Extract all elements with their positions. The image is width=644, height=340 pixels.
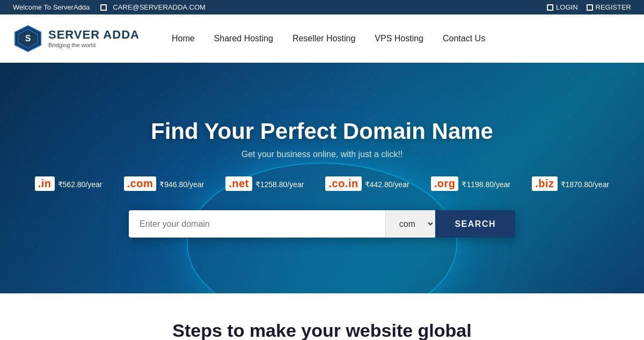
steps-title: Steps to make your website global (13, 320, 631, 340)
logo-tagline: Bridging the world (48, 42, 140, 48)
domain-ext: .net (225, 176, 252, 191)
hero-subtitle: Get your business online, with just a cl… (0, 150, 644, 159)
domain-ext: .biz (532, 176, 557, 191)
domain-ext: .in (35, 176, 55, 191)
logo-area: S SERVER ADDA Bridging the world (13, 24, 140, 54)
top-bar: Welcome To ServerAdda CARE@SERVERADDA.CO… (0, 0, 644, 14)
domain-price: ₹442.80/year (365, 180, 409, 189)
login-link[interactable]: LOGIN (547, 3, 577, 11)
register-icon (587, 4, 593, 11)
steps-section: Steps to make your website global You ar… (0, 293, 644, 340)
tld-select[interactable]: com in net org (385, 210, 435, 238)
email-link[interactable]: CARE@SERVERADDA.COM (100, 3, 206, 11)
hero-title: Find Your Perfect Domain Name (0, 119, 644, 144)
logo-text: SERVER ADDA Bridging the world (48, 29, 140, 48)
email-icon (100, 4, 107, 11)
logo-icon: S (13, 24, 43, 54)
search-bar: com in net org SEARCH (129, 210, 515, 238)
logo-name: SERVER ADDA (48, 29, 140, 41)
hero-section: Find Your Perfect Domain Name Get your b… (0, 63, 644, 293)
domain-ext: .org (431, 176, 459, 191)
domain-price: ₹1198.80/year (462, 180, 510, 189)
welcome-text: Welcome To ServerAdda (13, 3, 90, 11)
nav-home[interactable]: Home (172, 34, 195, 43)
domain-price: ₹1258.80/year (255, 180, 304, 189)
top-bar-left: Welcome To ServerAdda CARE@SERVERADDA.CO… (13, 3, 206, 11)
login-icon (547, 4, 553, 11)
domain-price: ₹1870.80/year (561, 180, 610, 189)
hero-content: Find Your Perfect Domain Name Get your b… (0, 119, 644, 238)
domain-price: ₹562.80/year (58, 180, 103, 189)
nav-reseller-hosting[interactable]: Reseller Hosting (292, 34, 355, 43)
domain-item: .org ₹1198.80/year (431, 176, 511, 191)
navbar: S SERVER ADDA Bridging the world Home Sh… (0, 14, 644, 63)
svg-text:S: S (25, 34, 31, 43)
search-button[interactable]: SEARCH (435, 210, 515, 238)
nav-links: Home Shared Hosting Reseller Hosting VPS… (172, 34, 485, 43)
nav-contact-us[interactable]: Contact Us (443, 34, 485, 43)
domain-item: .biz ₹1870.80/year (532, 176, 609, 191)
domain-ext: .co.in (325, 176, 361, 191)
domain-prices: .in ₹562.80/year .com ₹946.80/year .net … (0, 176, 644, 191)
domain-ext: .com (124, 176, 157, 191)
domain-item: .co.in ₹442.80/year (325, 176, 409, 191)
domain-price: ₹946.80/year (159, 180, 204, 189)
register-link[interactable]: REGISTER (587, 3, 631, 11)
domain-item: .net ₹1258.80/year (225, 176, 304, 191)
nav-shared-hosting[interactable]: Shared Hosting (214, 34, 273, 43)
domain-item: .in ₹562.80/year (35, 176, 103, 191)
top-bar-right: LOGIN REGISTER (547, 3, 631, 11)
domain-item: .com ₹946.80/year (124, 176, 204, 191)
domain-search-input[interactable] (129, 210, 385, 238)
nav-vps-hosting[interactable]: VPS Hosting (375, 34, 423, 43)
